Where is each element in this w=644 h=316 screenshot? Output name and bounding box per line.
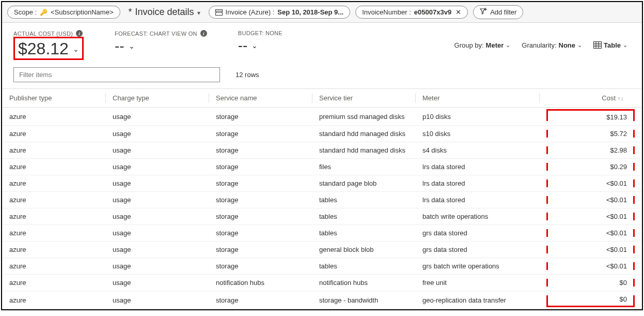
budget-value-wrap[interactable]: -- ⌄	[238, 37, 282, 54]
filter-input[interactable]	[13, 67, 220, 82]
cell-publisher: azure	[2, 142, 105, 159]
cell-service: storage	[209, 208, 312, 225]
svg-rect-3	[218, 12, 219, 13]
forecast-value-wrap[interactable]: -- ⌄	[115, 38, 207, 54]
table-row[interactable]: azureusagestoragestandard hdd managed di…	[2, 126, 642, 142]
chevron-down-icon: ⌄	[577, 42, 582, 49]
table-row[interactable]: azureusagestoragestandard page bloblrs d…	[2, 175, 642, 192]
cell-publisher: azure	[2, 192, 105, 208]
cell-meter: free unit	[415, 275, 539, 291]
col-service[interactable]: Service name	[209, 89, 312, 108]
cell-publisher: azure	[2, 208, 105, 225]
table-row[interactable]: azureusagestoragepremium ssd managed dis…	[2, 108, 642, 126]
granularity-control[interactable]: Granularity: None ⌄	[522, 41, 582, 49]
table-row[interactable]: azureusagestoragetablesbatch write opera…	[2, 208, 642, 225]
scope-pill[interactable]: Scope : 🔑 <SubscriptionName>	[7, 6, 120, 19]
cell-tier: notification hubs	[312, 275, 415, 291]
cell-publisher: azure	[2, 291, 105, 309]
budget-label: BUDGET: NONE	[238, 30, 282, 36]
chevron-down-icon: ⌄	[252, 41, 258, 50]
cell-publisher: azure	[2, 175, 105, 192]
cell-cost: <$0.01	[539, 225, 642, 242]
cell-tier: general block blob	[312, 242, 415, 258]
cell-charge: usage	[105, 175, 209, 192]
col-publisher[interactable]: Publisher type	[2, 89, 105, 108]
cell-cost: <$0.01	[539, 208, 642, 225]
cell-charge: usage	[105, 208, 209, 225]
col-charge[interactable]: Charge type	[105, 89, 209, 108]
cell-service: storage	[209, 159, 312, 175]
sort-icon: ↑↓	[618, 95, 623, 101]
cell-charge: usage	[105, 192, 209, 208]
actual-cost-value-wrap[interactable]: $28.12 ⌄	[18, 39, 79, 58]
filter-bar: Scope : 🔑 <SubscriptionName> * Invoice d…	[2, 2, 642, 23]
invoice-pill[interactable]: InvoiceNumber : e05007x3v9 ✕	[355, 6, 468, 19]
date-pill[interactable]: Invoice (Azure) : Sep 10, 2018-Sep 9...	[209, 6, 351, 19]
key-icon: 🔑	[40, 9, 48, 16]
cell-publisher: azure	[2, 108, 105, 126]
view-control[interactable]: Table ⌄	[593, 41, 627, 49]
invoice-value: e05007x3v9	[414, 8, 451, 16]
cell-meter: batch write operations	[415, 208, 539, 225]
cell-service: storage	[209, 258, 312, 275]
col-meter[interactable]: Meter	[415, 89, 539, 108]
cell-meter: geo-replication data transfer	[415, 291, 539, 309]
cell-meter: lrs data stored	[415, 192, 539, 208]
calendar-icon	[215, 9, 223, 16]
table-icon	[593, 41, 602, 49]
cell-service: storage	[209, 291, 312, 309]
cell-tier: standard page blob	[312, 175, 415, 192]
info-icon[interactable]: i	[200, 30, 207, 37]
granularity-value: None	[559, 41, 576, 49]
table-row[interactable]: azureusagestoragetablesgrs batch write o…	[2, 258, 642, 275]
filter-row: 12 rows	[2, 63, 642, 88]
cell-charge: usage	[105, 142, 209, 159]
cell-publisher: azure	[2, 242, 105, 258]
cell-cost: $0	[539, 275, 642, 291]
actual-cost-value: $28.12	[18, 39, 69, 58]
chevron-down-icon: ▾	[197, 9, 200, 17]
cell-tier: files	[312, 159, 415, 175]
forecast-label: FORECAST: CHART VIEW ON	[115, 31, 197, 37]
invoice-label: InvoiceNumber :	[362, 8, 411, 16]
cell-service: notification hubs	[209, 275, 312, 291]
cell-service: storage	[209, 108, 312, 126]
cell-meter: s4 disks	[415, 142, 539, 159]
cell-charge: usage	[105, 225, 209, 242]
cell-charge: usage	[105, 291, 209, 309]
table-row[interactable]: azureusagestoragetableslrs data stored<$…	[2, 192, 642, 208]
add-filter-button[interactable]: Add filter	[473, 5, 523, 19]
col-tier[interactable]: Service tier	[312, 89, 415, 108]
cell-tier: tables	[312, 208, 415, 225]
metric-budget: BUDGET: NONE -- ⌄	[238, 30, 282, 54]
cell-meter: grs batch write operations	[415, 258, 539, 275]
view-title[interactable]: * Invoice details ▾	[125, 7, 203, 18]
table-row[interactable]: azureusagestoragestandard hdd managed di…	[2, 142, 642, 159]
actual-cost-highlight: $28.12 ⌄	[13, 37, 84, 60]
cell-service: storage	[209, 126, 312, 142]
close-icon[interactable]: ✕	[455, 8, 461, 16]
chevron-down-icon: ⌄	[623, 42, 627, 49]
cell-publisher: azure	[2, 275, 105, 291]
table-row[interactable]: azureusagestoragegeneral block blobgrs d…	[2, 242, 642, 258]
cell-meter: grs data stored	[415, 242, 539, 258]
table-row[interactable]: azureusagestoragetablesgrs data stored<$…	[2, 225, 642, 242]
cell-cost: $5.72	[539, 126, 642, 142]
cell-meter: s10 disks	[415, 126, 539, 142]
cell-tier: tables	[312, 225, 415, 242]
table-row[interactable]: azureusagestoragefileslrs data stored$0.…	[2, 159, 642, 175]
scope-value: <SubscriptionName>	[51, 8, 113, 16]
table-row[interactable]: azureusagestoragestorage - bandwidthgeo-…	[2, 291, 642, 309]
table-row[interactable]: azureusagenotification hubsnotification …	[2, 275, 642, 291]
groupby-control[interactable]: Group by: Meter ⌄	[454, 41, 511, 49]
cell-publisher: azure	[2, 258, 105, 275]
budget-value: --	[238, 37, 248, 54]
col-cost[interactable]: Cost↑↓	[539, 89, 642, 108]
cell-meter: grs data stored	[415, 225, 539, 242]
svg-rect-4	[221, 12, 222, 13]
row-count: 12 rows	[235, 71, 259, 79]
add-filter-icon	[480, 8, 487, 17]
info-icon[interactable]: i	[76, 30, 83, 37]
cell-cost: $0.29	[539, 159, 642, 175]
cell-tier: storage - bandwidth	[312, 291, 415, 309]
